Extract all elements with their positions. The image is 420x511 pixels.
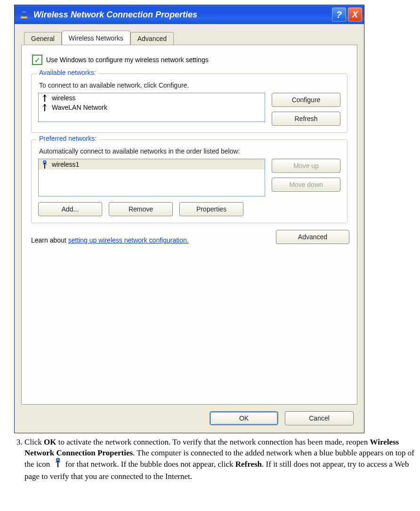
tab-general[interactable]: General [24,32,62,45]
xp-dialog-window: Wireless Network Connection Properties ?… [14,5,364,433]
antenna-bubble-icon [54,458,62,470]
learn-about-text: Learn about setting up wireless network … [31,236,276,244]
preferred-networks-list[interactable]: wireless1 [38,159,265,196]
learn-link[interactable]: setting up wireless network configuratio… [68,236,189,244]
client-area: General Wireless Networks Advanced ✓ Use… [15,24,364,433]
use-windows-config-row[interactable]: ✓ Use Windows to configure my wireless n… [32,55,349,65]
move-down-button: Move down [272,178,340,192]
properties-button[interactable]: Properties [179,202,243,216]
available-networks-desc: To connect to an available network, clic… [39,81,340,89]
preferred-networks-legend: Preferred networks: [36,135,99,142]
configure-button[interactable]: Configure [272,93,340,107]
antenna-bubble-icon [41,160,48,169]
svg-rect-0 [21,16,27,18]
add-button[interactable]: Add... [38,202,102,216]
available-networks-list[interactable]: wireless WaveLAN Network [38,93,265,122]
checkbox-icon[interactable]: ✓ [32,55,42,65]
tab-advanced[interactable]: Advanced [130,32,174,45]
window-title: Wireless Network Connection Properties [33,10,197,20]
list-item-label: wireless1 [52,161,79,168]
list-item-label: wireless [52,94,76,102]
instruction-list: Click OK to activate the network connect… [14,437,419,482]
advanced-button[interactable]: Advanced [276,230,349,244]
list-item[interactable]: WaveLAN Network [39,103,265,112]
list-item[interactable]: wireless1 [39,159,265,170]
list-item-label: WaveLAN Network [52,104,107,111]
titlebar[interactable]: Wireless Network Connection Properties ?… [15,5,364,24]
move-up-button: Move up [272,159,340,173]
ok-button[interactable]: OK [210,411,278,425]
refresh-button[interactable]: Refresh [272,112,340,126]
antenna-icon [41,94,48,102]
preferred-networks-group: Preferred networks: Automatically connec… [31,139,347,223]
instruction-step-3: Click OK to activate the network connect… [24,437,419,482]
close-button[interactable]: X [348,8,362,22]
antenna-icon [41,104,48,111]
help-button[interactable]: ? [332,8,346,22]
use-windows-config-label: Use Windows to configure my wireless net… [46,56,209,64]
tab-panel: ✓ Use Windows to configure my wireless n… [21,45,357,405]
remove-button[interactable]: Remove [109,202,173,216]
preferred-networks-desc: Automatically connect to available netwo… [39,147,340,155]
tabstrip: General Wireless Networks Advanced [24,31,357,45]
available-networks-legend: Available networks: [36,69,98,76]
available-networks-group: Available networks: To connect to an ava… [31,73,347,133]
wireless-app-icon [18,9,30,20]
list-item[interactable]: wireless [39,93,265,103]
tab-wireless-networks[interactable]: Wireless Networks [62,31,130,45]
cancel-button[interactable]: Cancel [285,411,354,425]
